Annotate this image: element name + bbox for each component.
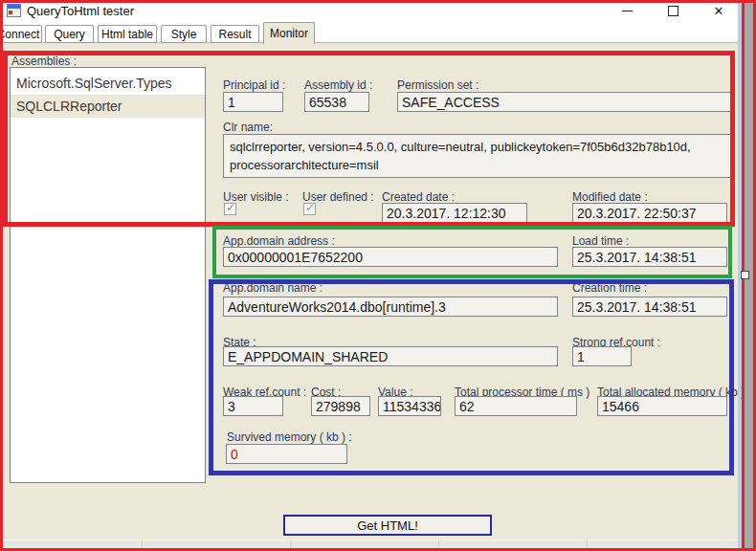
desktop-strip xyxy=(743,0,756,551)
tab-connect[interactable]: Connect xyxy=(0,25,42,43)
status-bar xyxy=(0,540,738,549)
list-item[interactable]: Microsoft.SqlServer.Types xyxy=(11,72,205,95)
weak-ref-count-value: 3 xyxy=(228,399,235,414)
assembly-id-label: Assembly id : xyxy=(304,78,372,92)
tab-result-label: Result xyxy=(218,28,251,41)
user-defined-checkbox[interactable]: ✓ xyxy=(303,203,316,215)
app-window: QueryToHtml tester ✕ Connect Query Html … xyxy=(0,0,756,551)
value-value: 11534336 xyxy=(383,399,441,414)
status-bar-separator xyxy=(290,540,291,550)
weak-ref-count-field[interactable]: 3 xyxy=(223,396,283,416)
appdomain-name-field[interactable]: AdventureWorks2014.dbo[runtime].3 xyxy=(223,297,558,317)
close-icon: ✕ xyxy=(714,5,724,17)
get-html-button[interactable]: Get HTML! xyxy=(283,515,492,536)
checkmark-icon: ✓ xyxy=(226,201,235,214)
assemblies-label: Assemblies : xyxy=(11,55,77,68)
app-icon xyxy=(7,4,21,17)
survived-memory-value: 0 xyxy=(231,447,238,462)
principal-id-label: Principal id : xyxy=(223,78,285,92)
status-bar-separator xyxy=(587,540,588,550)
value-field[interactable]: 11534336 xyxy=(378,396,441,416)
strong-ref-count-field[interactable]: 1 xyxy=(572,346,632,366)
principal-id-field[interactable]: 1 xyxy=(223,92,283,112)
clr-name-value: sqlclrreporter, version=4.5.0.0, culture… xyxy=(230,140,691,172)
minimize-icon xyxy=(622,11,633,11)
modified-date-value: 20.3.2017. 22:50:37 xyxy=(577,206,697,221)
get-html-button-label: Get HTML! xyxy=(357,518,418,533)
total-processor-time-field[interactable]: 62 xyxy=(455,396,577,416)
appdomain-address-label: App.domain address : xyxy=(223,234,335,248)
permission-set-value: SAFE_ACCESS xyxy=(402,95,500,110)
tab-html-table[interactable]: Html table xyxy=(98,25,157,43)
assembly-id-field[interactable]: 65538 xyxy=(304,92,369,112)
tab-style[interactable]: Style xyxy=(161,25,207,43)
cost-field[interactable]: 279898 xyxy=(311,396,370,416)
clr-name-label: Clr name: xyxy=(223,121,273,134)
load-time-field[interactable]: 25.3.2017. 14:38:51 xyxy=(572,247,727,267)
modified-date-field[interactable]: 20.3.2017. 22:50:37 xyxy=(572,203,727,223)
appdomain-address-field[interactable]: 0x00000001E7652200 xyxy=(223,247,558,267)
maximize-button[interactable] xyxy=(658,0,687,21)
creation-time-label: Creation time : xyxy=(572,281,647,295)
appdomain-address-value: 0x00000001E7652200 xyxy=(228,250,363,265)
list-item[interactable]: SQLCLRReporter xyxy=(11,95,205,118)
creation-time-value: 25.3.2017. 14:38:51 xyxy=(577,299,697,315)
principal-id-value: 1 xyxy=(228,95,235,110)
tab-connect-label: Connect xyxy=(0,28,39,41)
status-bar-separator xyxy=(438,540,439,550)
tab-query[interactable]: Query xyxy=(45,25,94,43)
total-allocated-memory-value: 15466 xyxy=(602,399,639,414)
user-visible-checkbox[interactable]: ✓ xyxy=(224,203,236,215)
strong-ref-count-value: 1 xyxy=(577,349,585,364)
total-processor-time-value: 62 xyxy=(459,399,475,414)
state-field[interactable]: E_APPDOMAIN_SHARED xyxy=(223,346,558,366)
modified-date-label: Modified date : xyxy=(572,190,648,204)
app-icon-dot xyxy=(9,11,12,14)
appdomain-name-label: App.domain name : xyxy=(223,281,322,295)
assembly-id-value: 65538 xyxy=(309,95,346,110)
tab-style-label: Style xyxy=(171,28,197,41)
window-title: QueryToHtml tester xyxy=(27,4,134,18)
appdomain-name-value: AdventureWorks2014.dbo[runtime].3 xyxy=(228,299,446,315)
survived-memory-label: Survived memory ( kb ) : xyxy=(227,430,352,444)
assemblies-listbox[interactable]: Microsoft.SqlServer.Types SQLCLRReporter xyxy=(10,67,206,483)
checkmark-icon: ✓ xyxy=(305,201,315,214)
clr-name-field[interactable]: sqlclrreporter, version=4.5.0.0, culture… xyxy=(223,134,732,178)
created-date-label: Created date : xyxy=(382,190,455,204)
permission-set-label: Permission set : xyxy=(397,78,478,92)
tab-query-label: Query xyxy=(54,28,85,41)
status-bar-separator xyxy=(142,540,143,550)
app-icon-titlebar xyxy=(8,5,20,9)
creation-time-field[interactable]: 25.3.2017. 14:38:51 xyxy=(572,297,727,317)
total-allocated-memory-field[interactable]: 15466 xyxy=(597,396,727,416)
maximize-icon xyxy=(668,6,678,16)
survived-memory-field[interactable]: 0 xyxy=(226,444,347,464)
tab-monitor-label: Monitor xyxy=(270,27,308,40)
created-date-value: 20.3.2017. 12:12:30 xyxy=(387,206,506,221)
title-bar: QueryToHtml tester ✕ xyxy=(0,0,738,21)
state-value: E_APPDOMAIN_SHARED xyxy=(228,349,388,364)
load-time-value: 25.3.2017. 14:38:51 xyxy=(577,250,697,265)
tab-result[interactable]: Result xyxy=(211,25,259,43)
tab-monitor[interactable]: Monitor xyxy=(263,22,315,44)
tab-html-table-label: Html table xyxy=(101,28,153,41)
minimize-button[interactable] xyxy=(612,0,641,21)
created-date-field[interactable]: 20.3.2017. 12:12:30 xyxy=(382,203,527,223)
permission-set-field[interactable]: SAFE_ACCESS xyxy=(397,92,732,112)
load-time-label: Load time : xyxy=(572,234,629,248)
close-button[interactable]: ✕ xyxy=(704,0,733,21)
cost-value: 279898 xyxy=(316,399,361,414)
